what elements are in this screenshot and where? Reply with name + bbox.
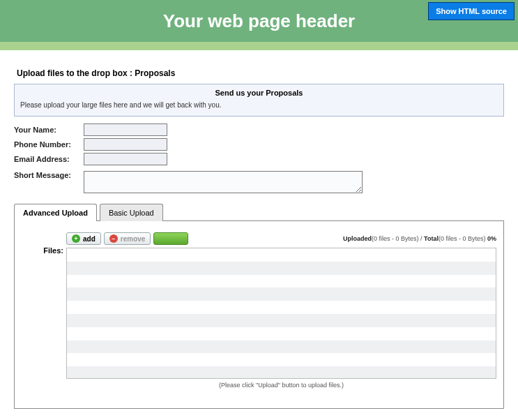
page-title: Your web page header [163, 10, 355, 32]
show-html-source-button[interactable]: Show HTML source [428, 2, 515, 20]
list-item [67, 327, 496, 340]
list-item [67, 366, 496, 379]
files-label: Files: [22, 232, 66, 389]
minus-icon: – [109, 234, 118, 243]
remove-button[interactable]: – remove [104, 232, 151, 245]
list-item [67, 301, 496, 314]
list-item [67, 287, 496, 301]
list-item [67, 275, 496, 288]
list-item [67, 340, 496, 354]
email-label: Email Address: [14, 155, 84, 163]
info-box-message: Please upload your large files here and … [20, 101, 498, 109]
upload-button[interactable] [153, 232, 188, 245]
plus-icon: + [72, 234, 80, 243]
list-item [67, 262, 496, 275]
list-item [67, 248, 496, 262]
tab-advanced-upload[interactable]: Advanced Upload [14, 204, 97, 221]
list-item [67, 353, 496, 366]
info-box-title: Send us your Proposals [20, 89, 498, 101]
file-list-grid[interactable] [66, 248, 496, 379]
info-box: Send us your Proposals Please upload you… [14, 84, 504, 117]
phone-input[interactable] [84, 138, 167, 151]
remove-button-label: remove [121, 235, 146, 243]
list-item [67, 314, 496, 327]
section-heading: Upload files to the drop box : Proposals [14, 59, 504, 84]
upload-status: Uploaded(0 files - 0 Bytes) / Total(0 fi… [343, 235, 496, 242]
email-input[interactable] [84, 153, 167, 165]
page-header: Your web page header Show HTML source [0, 0, 518, 42]
upload-hint: (Please click "Upload" button to upload … [66, 382, 496, 389]
add-button-label: add [83, 235, 96, 243]
name-label: Your Name: [14, 126, 84, 134]
message-textarea[interactable] [84, 171, 363, 193]
tab-basic-upload[interactable]: Basic Upload [100, 204, 163, 221]
message-label: Short Message: [14, 171, 84, 179]
add-button[interactable]: + add [66, 232, 101, 245]
name-input[interactable] [84, 123, 167, 136]
upload-panel: Files: + add – remove [14, 220, 504, 409]
accent-band [0, 42, 518, 50]
phone-label: Phone Number: [14, 140, 84, 149]
